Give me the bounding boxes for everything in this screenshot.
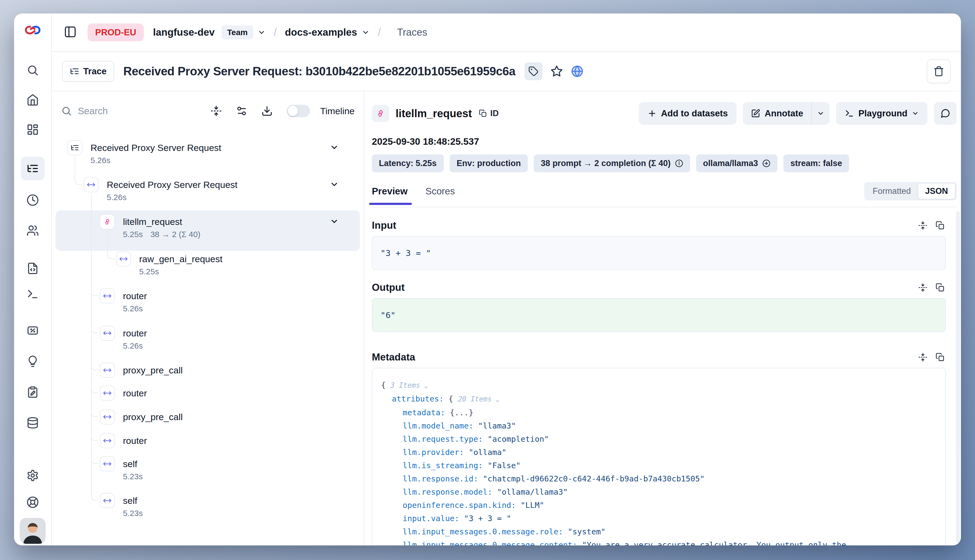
sidebar-item-annotations[interactable] bbox=[21, 380, 45, 404]
sidebar-item-users[interactable] bbox=[21, 219, 45, 242]
sidebar-nav bbox=[14, 58, 51, 544]
tree-item-received-proxy-server-request[interactable]: Received Proxy Server Request5.26s bbox=[52, 177, 364, 202]
org-chevron-icon[interactable] bbox=[258, 28, 266, 37]
sidebar-item-dashboard[interactable] bbox=[21, 118, 45, 142]
annotate-dropdown-button[interactable] bbox=[812, 102, 830, 125]
public-globe-icon[interactable] bbox=[571, 65, 584, 77]
sidebar-item-evals[interactable] bbox=[21, 318, 45, 342]
json-value: "3 + 3 = " bbox=[464, 514, 511, 523]
tree-item-duration: 5.26s bbox=[90, 156, 221, 165]
clipboard-pen-icon bbox=[27, 386, 39, 398]
copy-id-button[interactable]: ID bbox=[479, 108, 498, 118]
span-icon bbox=[100, 385, 115, 401]
observation-detail-panel: litellm_request ID Add to datasets bbox=[364, 91, 961, 545]
tree-item-label: router bbox=[123, 288, 147, 303]
tree-item-label: litellm_request bbox=[123, 214, 201, 229]
tree-item-self[interactable]: self5.23s bbox=[52, 456, 364, 481]
tree-item-router[interactable]: router5.26s bbox=[52, 326, 364, 350]
breadcrumb-section[interactable]: Traces bbox=[397, 27, 427, 38]
tree-item-label: proxy_pre_call bbox=[123, 363, 183, 378]
tree-item-litellm-request[interactable]: litellm_request5.25s38 → 2 (Σ 40) bbox=[52, 210, 364, 239]
file-code-icon bbox=[27, 262, 39, 275]
scrollbar[interactable] bbox=[956, 211, 960, 543]
span-icon bbox=[100, 493, 115, 508]
json-value: "chatcmpl-d96622c0-c642-446f-b9ad-b7a430… bbox=[483, 474, 705, 483]
sidebar-item-insights[interactable] bbox=[21, 349, 45, 373]
user-avatar[interactable] bbox=[20, 518, 46, 544]
tree-item-raw-gen-ai-request[interactable]: raw_gen_ai_request5.25s bbox=[52, 252, 364, 276]
format-option-json[interactable]: JSON bbox=[918, 183, 955, 199]
langfuse-logo-icon[interactable] bbox=[24, 24, 41, 36]
add-to-datasets-label: Add to datasets bbox=[661, 108, 728, 118]
timeline-toggle[interactable] bbox=[287, 105, 310, 117]
json-value: "LLM" bbox=[521, 501, 544, 510]
tree-item-self[interactable]: self5.23s bbox=[52, 493, 364, 518]
app-window: PROD-EU langfuse-dev Team / docs-example… bbox=[14, 13, 961, 545]
download-icon[interactable] bbox=[261, 105, 273, 117]
tree-item-received-proxy-server-request[interactable]: Received Proxy Server Request5.26s bbox=[52, 140, 364, 165]
observation-name: litellm_request bbox=[396, 107, 472, 120]
tag-icon[interactable] bbox=[525, 62, 542, 80]
desktop: { "topbar":{ "env_badge":"PROD-EU", "org… bbox=[0, 0, 975, 560]
span-icon bbox=[84, 177, 99, 192]
comments-button[interactable] bbox=[934, 102, 957, 125]
tree-item-router[interactable]: router bbox=[52, 433, 364, 448]
output-title: Output bbox=[372, 282, 405, 293]
star-icon[interactable] bbox=[550, 65, 563, 77]
sidebar-item-search[interactable] bbox=[21, 58, 45, 82]
sidebar-item-sessions[interactable] bbox=[21, 188, 45, 212]
org-name[interactable]: langfuse-dev bbox=[153, 27, 214, 38]
format-option-formatted[interactable]: Formatted bbox=[866, 183, 918, 199]
sidebar-item-playground[interactable] bbox=[21, 282, 45, 306]
json-collapse-icon[interactable]: ⌄ bbox=[420, 382, 428, 389]
fold-icon bbox=[918, 353, 927, 362]
tree-item-proxy-pre-call[interactable]: proxy_pre_call bbox=[52, 363, 364, 378]
json-line: llm.provider: "ollama" bbox=[372, 446, 945, 459]
sidebar-item-support[interactable] bbox=[21, 490, 45, 514]
plus-circle-icon[interactable] bbox=[762, 159, 771, 167]
span-icon bbox=[100, 456, 115, 472]
tree-item-router[interactable]: router5.26s bbox=[52, 288, 364, 313]
sidebar-toggle-icon[interactable] bbox=[64, 25, 78, 39]
org-type-chip: Team bbox=[222, 25, 253, 39]
json-brace: { bbox=[381, 380, 390, 390]
sidebar-item-tracing[interactable] bbox=[21, 157, 45, 180]
sidebar-item-settings[interactable] bbox=[21, 463, 45, 487]
chevron-down-icon[interactable] bbox=[330, 217, 339, 226]
delete-trace-button[interactable] bbox=[927, 59, 951, 83]
sidebar-item-prompts[interactable] bbox=[21, 257, 45, 280]
trace-type-chip[interactable]: Trace bbox=[62, 61, 114, 82]
sidebar-item-datasets[interactable] bbox=[21, 411, 45, 435]
environment-badge[interactable]: PROD-EU bbox=[87, 23, 144, 41]
tree-item-proxy-pre-call[interactable]: proxy_pre_call bbox=[52, 409, 364, 425]
tree-item-router[interactable]: router bbox=[52, 385, 364, 401]
json-collapse-icon[interactable]: ⌄ bbox=[492, 395, 500, 403]
annotate-button[interactable]: Annotate bbox=[743, 102, 811, 125]
evals-icon bbox=[27, 324, 39, 337]
tree-item-duration: 5.26s bbox=[123, 304, 147, 313]
database-icon bbox=[27, 417, 39, 429]
tab-scores[interactable]: Scores bbox=[425, 186, 455, 197]
input-section-actions bbox=[918, 221, 957, 230]
format-toggle: FormattedJSON bbox=[864, 182, 957, 200]
tab-preview[interactable]: Preview bbox=[372, 186, 408, 197]
tree-item-duration: 5.25s38 → 2 (Σ 40) bbox=[123, 230, 201, 239]
json-items-count[interactable]: 3 Items bbox=[390, 381, 420, 389]
search-input[interactable] bbox=[78, 105, 159, 117]
chevron-down-icon[interactable] bbox=[330, 143, 339, 152]
info-icon[interactable] bbox=[675, 159, 683, 167]
collapse-all-icon[interactable] bbox=[211, 105, 222, 117]
output-section-header: Output bbox=[372, 282, 957, 293]
observation-badge: ollama/llama3 bbox=[696, 155, 778, 172]
playground-button[interactable]: Playground bbox=[836, 102, 927, 125]
badge-label: 38 prompt → 2 completion (Σ 40) bbox=[541, 158, 671, 168]
json-value: "llama3" bbox=[478, 421, 516, 430]
project-chevron-icon[interactable] bbox=[361, 28, 370, 37]
add-to-datasets-button[interactable]: Add to datasets bbox=[639, 102, 737, 125]
tree-settings-icon[interactable] bbox=[236, 105, 247, 117]
chevron-down-icon[interactable] bbox=[330, 180, 339, 189]
json-items-count[interactable]: 20 Items bbox=[458, 395, 492, 403]
project-name[interactable]: docs-examples bbox=[285, 27, 357, 38]
sidebar-item-home[interactable] bbox=[21, 88, 45, 112]
observation-badge: Latency: 5.25s bbox=[372, 155, 444, 172]
